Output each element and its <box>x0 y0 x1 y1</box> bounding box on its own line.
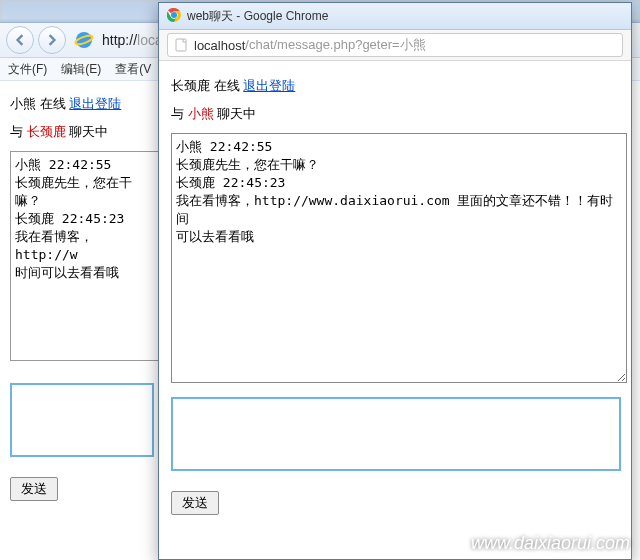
chat-with-post: 聊天中 <box>66 124 109 139</box>
chrome-username: 长颈鹿 <box>171 78 210 93</box>
menu-edit[interactable]: 编辑(E) <box>61 61 101 78</box>
url-host: localhost <box>194 38 245 53</box>
chrome-page-body: 长颈鹿 在线 退出登陆 与 小熊 聊天中 小熊 22:42:55 长颈鹿先生，您… <box>159 61 631 525</box>
url-path: /chat/message.php?geter=小熊 <box>245 36 425 54</box>
ie-message-log: 小熊 22:42:55 长颈鹿先生，您在干嘛？ 长颈鹿 22:45:23 我在看… <box>10 151 160 361</box>
chrome-title-text: web聊天 - Google Chrome <box>187 8 328 25</box>
chrome-address-bar: localhost/chat/message.php?geter=小熊 <box>159 30 631 61</box>
ie-logout-link[interactable]: 退出登陆 <box>69 96 121 111</box>
svg-point-3 <box>171 12 177 18</box>
chat-with-peer: 长颈鹿 <box>27 124 66 139</box>
back-button[interactable] <box>6 26 34 54</box>
chrome-url-input[interactable]: localhost/chat/message.php?geter=小熊 <box>167 33 623 57</box>
ie-online: 在线 <box>40 96 66 111</box>
chat-with-post: 聊天中 <box>214 106 257 121</box>
chat-with-pre: 与 <box>10 124 27 139</box>
forward-button[interactable] <box>38 26 66 54</box>
page-icon <box>174 38 188 52</box>
chrome-message-input[interactable] <box>171 397 621 471</box>
chrome-send-button[interactable]: 发送 <box>171 491 219 515</box>
chrome-online: 在线 <box>214 78 240 93</box>
svg-rect-4 <box>176 39 186 51</box>
ie-send-button[interactable]: 发送 <box>10 477 58 501</box>
chrome-chat-with: 与 小熊 聊天中 <box>171 105 619 123</box>
chrome-logo-icon <box>167 8 181 25</box>
ie-logo-icon <box>74 30 94 50</box>
url-scheme: http:// <box>102 32 137 48</box>
chrome-window: web聊天 - Google Chrome localhost/chat/mes… <box>158 2 632 560</box>
menu-file[interactable]: 文件(F) <box>8 61 47 78</box>
chrome-logout-link[interactable]: 退出登陆 <box>243 78 295 93</box>
chrome-titlebar: web聊天 - Google Chrome <box>159 3 631 30</box>
chrome-status-line: 长颈鹿 在线 退出登陆 <box>171 77 619 95</box>
ie-username: 小熊 <box>10 96 36 111</box>
ie-address-text[interactable]: http://local <box>102 32 166 48</box>
chat-with-pre: 与 <box>171 106 188 121</box>
chat-with-peer: 小熊 <box>188 106 214 121</box>
menu-view[interactable]: 查看(V <box>115 61 151 78</box>
ie-message-input[interactable] <box>10 383 154 457</box>
watermark: www.daixiaorui.com <box>471 533 630 554</box>
chrome-message-log: 小熊 22:42:55 长颈鹿先生，您在干嘛？ 长颈鹿 22:45:23 我在看… <box>171 133 627 383</box>
